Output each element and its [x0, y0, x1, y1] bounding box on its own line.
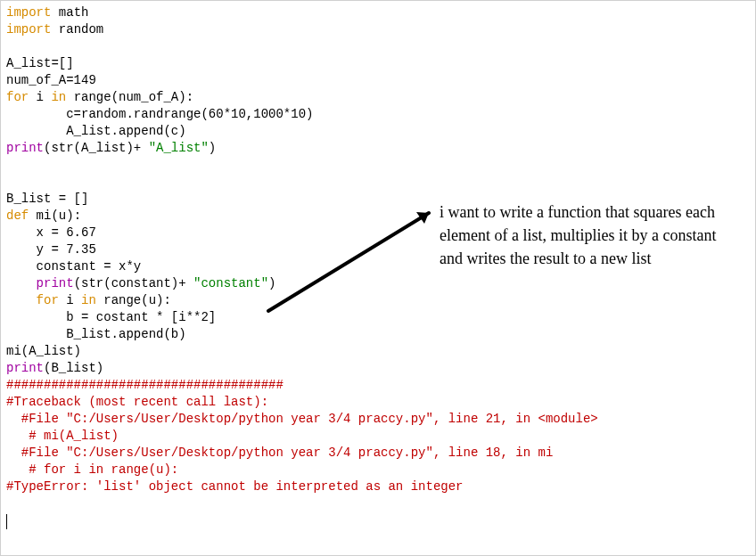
code-line: B_list = [] [6, 192, 88, 206]
code-token [6, 293, 37, 307]
code-line: constant = x*y [6, 259, 141, 274]
code-token: ) [209, 141, 216, 155]
code-token: random [51, 22, 103, 37]
code-line: A_list.append(c) [6, 124, 186, 138]
code-token: i [29, 90, 51, 104]
code-line: c=random.randrange(60*10,1000*10) [6, 107, 313, 121]
code-line: mi(A_list) [6, 344, 81, 358]
code-token: (str(A_list)+ [44, 141, 149, 155]
text-cursor [6, 514, 7, 529]
code-token: for [37, 293, 59, 307]
code-token: ) [268, 276, 275, 290]
code-token [6, 276, 37, 290]
code-line: y = 7.35 [6, 242, 96, 257]
code-token: "constant" [193, 276, 268, 290]
code-token: in [51, 90, 66, 104]
annotation-text: i want to write a function that squares … [440, 200, 734, 270]
code-token: print [6, 141, 44, 155]
code-token: math [51, 5, 88, 20]
code-token: i [59, 293, 81, 307]
traceback-line: # mi(A_list) [6, 429, 119, 443]
code-token: print [37, 276, 74, 290]
code-line: B_list.append(b) [6, 327, 186, 341]
code-line: b = costant * [i**2] [6, 310, 216, 324]
code-token: range(num_of_A): [66, 90, 193, 104]
code-line: num_of_A=149 [6, 73, 96, 87]
code-token: import [6, 22, 51, 37]
code-line: x = 6.67 [6, 225, 96, 240]
traceback-line: #File "C:/Users/User/Desktop/python year… [6, 412, 598, 426]
code-line: A_list=[] [6, 56, 74, 70]
traceback-line: # for i in range(u): [6, 462, 178, 477]
traceback-line: #TypeError: 'list' object cannot be inte… [6, 479, 463, 494]
code-token: mi(u): [29, 208, 81, 223]
traceback-line: ##################################### [6, 378, 284, 392]
code-token: in [81, 293, 96, 307]
code-token: "A_list" [149, 141, 209, 155]
code-token: import [6, 5, 51, 20]
traceback-line: #File "C:/Users/User/Desktop/python year… [6, 446, 553, 460]
traceback-line: #Traceback (most recent call last): [6, 395, 268, 409]
code-token: (str(constant)+ [74, 276, 193, 290]
code-token: (B_list) [44, 361, 103, 375]
code-token: for [6, 90, 29, 104]
code-token: range(u): [96, 293, 171, 307]
code-token: print [6, 361, 44, 375]
code-token: def [6, 208, 29, 223]
